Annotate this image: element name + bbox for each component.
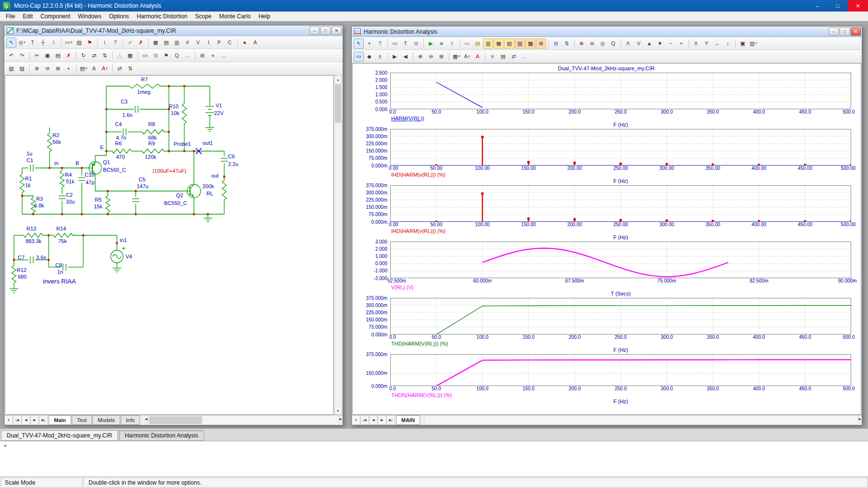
more-options-button[interactable]: … xyxy=(218,51,229,61)
redo-button[interactable]: ↷ xyxy=(17,51,27,61)
zoom-area-button[interactable]: ⊞ xyxy=(53,64,63,74)
pause-button[interactable]: ‖ xyxy=(447,39,457,49)
snap-to-grid-button[interactable]: ▦ xyxy=(125,51,135,61)
more-button[interactable]: … xyxy=(519,51,529,62)
maximize-button[interactable]: □ xyxy=(828,0,848,12)
wire-mode-button[interactable]: ┼ xyxy=(38,38,48,48)
select-box-button[interactable]: ▭ xyxy=(140,51,150,61)
border-display-button[interactable]: ▤ xyxy=(161,38,171,48)
scrollbar-thumb[interactable] xyxy=(149,416,202,424)
state-variables-button[interactable]: ▨ xyxy=(515,39,525,49)
pan-button[interactable]: + xyxy=(64,64,74,74)
scroll-up-icon[interactable]: ▲ xyxy=(334,76,342,83)
go-to-x-button[interactable]: X xyxy=(691,39,701,49)
tab-list-button[interactable]: ▾ xyxy=(352,415,360,425)
next-tab-button[interactable]: ▶ xyxy=(378,415,386,425)
panel-close-button[interactable]: ✕ xyxy=(2,442,9,449)
zoom-select-button[interactable]: ⊙ xyxy=(151,51,161,61)
view-pages-button[interactable]: ▤▾ xyxy=(78,64,89,74)
schematic-restore-button[interactable]: □ xyxy=(320,26,331,35)
help-mode-button[interactable]: ? xyxy=(110,38,120,48)
series-label[interactable]: HARM(V(RL)) xyxy=(391,116,424,121)
info-mode-button[interactable]: i xyxy=(100,38,110,48)
mirror-x-button[interactable]: ⇄ xyxy=(89,51,99,61)
sheet-tab-text[interactable]: Text xyxy=(72,415,92,425)
prev-tab-button[interactable]: ◀ xyxy=(369,415,378,425)
high-button[interactable]: ▲ xyxy=(644,39,654,49)
go-to-y-button[interactable]: Y xyxy=(702,39,712,49)
delete-button[interactable]: ✗ xyxy=(64,51,74,61)
undo-button[interactable]: ↶ xyxy=(6,51,16,61)
slider-button[interactable]: ⇅ xyxy=(562,39,572,49)
graphics-mode-button[interactable]: ▭▾ xyxy=(64,38,74,48)
copy-picture-button[interactable]: ▨ xyxy=(17,64,27,74)
schematic-close-button[interactable]: ✕ xyxy=(332,26,342,35)
document-tab[interactable]: Harmonic Distortion Analysis xyxy=(119,430,204,441)
tag-horizontal-button[interactable]: ↔ xyxy=(712,39,722,49)
component-mode-button[interactable]: ◎▾ xyxy=(17,38,27,48)
waveform-buffer-button[interactable]: ▤ xyxy=(498,51,508,62)
font-button[interactable]: A▾ xyxy=(462,51,472,62)
diagonal-wire-mode-button[interactable]: \ xyxy=(49,38,59,48)
mirror-y-button[interactable]: ⇅ xyxy=(100,51,110,61)
add-graphics-button[interactable]: ▭ xyxy=(390,39,400,49)
numeric-output-button[interactable]: ▩ xyxy=(525,39,536,49)
scroll-right-icon[interactable]: ▶ xyxy=(858,415,862,423)
node-voltages-button[interactable]: V xyxy=(193,38,203,48)
help-mode-button[interactable]: ? xyxy=(375,39,385,49)
optimizer-button[interactable]: ▥ xyxy=(483,39,493,49)
menu-file[interactable]: File xyxy=(2,12,19,21)
select-mode-button[interactable]: ↖ xyxy=(354,39,364,49)
align-cursors-button[interactable]: ≡ xyxy=(487,51,498,62)
copy-to-clipboard-button[interactable]: ▥▾ xyxy=(748,39,758,49)
scrollbar-track[interactable] xyxy=(148,415,339,425)
zoom-out-button[interactable]: ⊖ xyxy=(42,64,52,74)
stop-button[interactable]: ● xyxy=(208,51,218,61)
schematic-horizontal-scrollbar[interactable]: ◀ ▶ xyxy=(144,415,343,425)
valley-button[interactable]: V xyxy=(634,39,644,49)
data-points-button[interactable]: ◆ xyxy=(364,51,374,62)
sheet-tab-models[interactable]: Models xyxy=(92,415,120,425)
autoscale-button[interactable]: ◎ xyxy=(598,39,608,49)
conditions-button[interactable]: C xyxy=(225,38,235,48)
minimize-button[interactable]: – xyxy=(807,0,828,12)
step-box-button[interactable]: ⊞ xyxy=(197,51,207,61)
scroll-down-icon[interactable]: ▼ xyxy=(334,407,342,414)
series-label[interactable]: THDN(HARM(V(RL))) (%) xyxy=(391,392,452,398)
spacing-horizontal-button[interactable]: ⇄ xyxy=(115,64,125,74)
warning-overlay-button[interactable]: △ xyxy=(115,51,125,61)
text-increase-button[interactable]: A xyxy=(89,64,99,74)
performance-windows-button[interactable]: ⊟ xyxy=(551,39,561,49)
close-button[interactable]: ✕ xyxy=(848,0,868,12)
analysis-horizontal-scrollbar[interactable]: ▶ xyxy=(424,415,862,425)
title-bar[interactable]: µ Micro-Cap 12.2.0.5 (64 bit) - Harmonic… xyxy=(0,0,868,12)
paste-picture-button[interactable]: ▧ xyxy=(6,64,16,74)
panel-spacing-button[interactable]: ⇄ xyxy=(509,51,519,62)
pin-connections-button[interactable]: ● xyxy=(240,38,250,48)
series-label[interactable]: IHD(HARM(v(RL))) (%) xyxy=(391,228,446,234)
prev-data-point-button[interactable]: ◀ xyxy=(400,51,410,62)
last-tab-button[interactable]: ▶| xyxy=(386,415,395,425)
3d-windows-button[interactable]: ⊞ xyxy=(536,39,546,49)
global-high-low-button[interactable]: ≈ xyxy=(676,39,686,49)
first-tab-button[interactable]: |◀ xyxy=(360,415,369,425)
text-mode-button[interactable]: T xyxy=(27,38,38,48)
restore-scales-button[interactable]: ⊞ xyxy=(436,51,447,62)
breakpoints-button[interactable]: ▧ xyxy=(504,39,514,49)
schematic-minimize-button[interactable]: – xyxy=(309,26,319,35)
cut-button[interactable]: ✂ xyxy=(32,51,42,61)
series-label[interactable]: THD(HARM(V(RL))) (%) xyxy=(391,341,448,347)
go-to-flag-button[interactable]: ⚑ xyxy=(161,51,171,61)
disable-toggle-button[interactable]: ✗ xyxy=(136,38,146,48)
schematic-canvas[interactable]: R71megC31.6nC44.7nR868kR6470R9120kR1010k… xyxy=(5,75,334,415)
zoom-mode-button[interactable]: ⊙ xyxy=(411,39,421,49)
menu-harmonic-distortion[interactable]: Harmonic Distortion xyxy=(133,12,191,21)
currents-button[interactable]: I xyxy=(204,38,214,48)
series-label[interactable]: IHD(HARM(v(RL))) (%) xyxy=(391,172,446,178)
schematic-titlebar[interactable]: F:\MCap_Data\RIAA\Dual_TVV-47-Mod_2kHz-s… xyxy=(4,26,343,36)
text-mode-button[interactable]: T xyxy=(400,39,410,49)
analysis-close-button[interactable]: ✕ xyxy=(851,27,861,36)
power-button[interactable]: P xyxy=(214,38,224,48)
repeat-find-button[interactable]: … xyxy=(182,51,192,61)
sheet-tab-info[interactable]: Info xyxy=(121,415,140,425)
